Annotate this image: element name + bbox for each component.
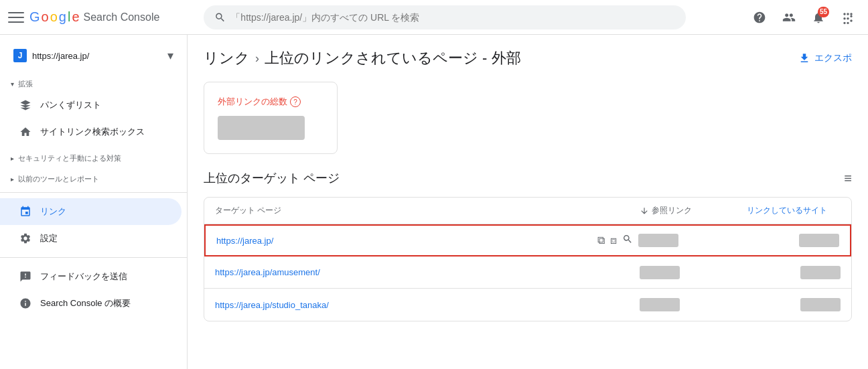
table-header: ターゲット ページ 参照リンク リンクしているサイト	[204, 198, 851, 224]
breadcrumb-parent: リンク	[204, 48, 250, 68]
help-icon[interactable]: ?	[290, 96, 301, 107]
row-sites-val-1	[745, 234, 839, 247]
chevron-down-icon: ▾	[167, 48, 173, 63]
info-icon	[19, 297, 32, 310]
search-action-icon[interactable]	[622, 234, 633, 247]
row-links-val-1	[638, 234, 745, 247]
collapse-arrow: ▾	[11, 80, 14, 88]
search-bar[interactable]	[204, 5, 686, 29]
topbar-right: 55	[747, 5, 860, 29]
help-button[interactable]	[747, 5, 772, 29]
search-input[interactable]	[231, 12, 675, 23]
section-label-expansion: ▾ 拡張	[0, 71, 187, 92]
sidebar-item-sitelinks[interactable]: サイトリンク検索ボックス	[0, 119, 182, 145]
section-title: 上位のターゲット ページ	[204, 170, 340, 186]
row-url-3[interactable]: https://jarea.jp/studio_tanaka/	[215, 300, 596, 310]
row-sites-val-2	[747, 266, 841, 279]
property-url: https://jarea.jp/	[32, 51, 162, 61]
expand-arrow-legacy: ▸	[11, 175, 14, 183]
sitelinks-icon	[19, 125, 32, 139]
apps-button[interactable]	[836, 5, 860, 29]
notifications-button[interactable]: 55	[806, 5, 830, 29]
feedback-icon	[19, 270, 32, 283]
notification-badge: 55	[818, 7, 829, 17]
col-header-sites[interactable]: リンクしているサイト	[747, 205, 841, 216]
search-icon	[214, 11, 226, 23]
row-links-val-2	[640, 266, 747, 279]
sort-down-icon	[640, 206, 649, 216]
sidebar-item-breadcrumb[interactable]: パンくずリスト	[0, 92, 182, 119]
col-header-links[interactable]: 参照リンク	[640, 205, 747, 216]
property-selector[interactable]: J https://jarea.jp/ ▾	[5, 43, 182, 68]
topbar-left: G o o g l e Search Console	[8, 9, 196, 25]
table-row: https://jarea.jp/ ⧉ ⧈	[204, 224, 851, 256]
expand-arrow-security: ▸	[11, 155, 14, 162]
row-sites-val-3	[747, 298, 841, 311]
topbar: G o o g l e Search Console 55	[0, 0, 868, 35]
brand-name: Search Console	[84, 11, 160, 23]
sidebar-item-settings[interactable]: 設定	[0, 225, 182, 252]
export-button[interactable]: エクスポ	[798, 52, 852, 64]
external-links-card: 外部リンクの総数 ?	[204, 82, 338, 154]
section-label-security[interactable]: ▸ セキュリティと手動による対策	[0, 145, 187, 166]
settings-icon	[19, 232, 32, 245]
external-link-icon[interactable]: ⧈	[610, 234, 617, 246]
menu-icon[interactable]	[8, 9, 24, 25]
sidebar-divider	[0, 192, 187, 193]
row-actions: ⧉ ⧈	[597, 234, 633, 247]
links-icon	[19, 205, 32, 218]
sidebar-item-overview[interactable]: Search Console の概要	[0, 290, 182, 317]
breadcrumb-current: 上位のリンクされているページ - 外部	[265, 48, 521, 68]
sidebar-divider-2	[0, 257, 187, 258]
copy-icon[interactable]: ⧉	[597, 234, 605, 246]
target-pages-section: 上位のターゲット ページ ≡ ターゲット ページ 参照リンク リンクしているサイ…	[204, 170, 852, 321]
row-url-1[interactable]: https://jarea.jp/	[216, 236, 597, 246]
page-header: リンク › 上位のリンクされているページ - 外部 エクスポ	[204, 48, 852, 68]
property-icon: J	[13, 49, 27, 62]
section-title-row: 上位のターゲット ページ ≡	[204, 170, 852, 186]
card-label: 外部リンクの総数 ?	[218, 96, 323, 108]
table-row: https://jarea.jp/amusement/ ⧉ ⧈ 🔍	[204, 256, 851, 289]
export-icon	[798, 52, 810, 64]
filter-icon[interactable]: ≡	[844, 171, 852, 186]
row-url-2[interactable]: https://jarea.jp/amusement/	[215, 267, 596, 277]
sidebar: J https://jarea.jp/ ▾ ▾ 拡張 パンくずリスト サイトリン…	[0, 35, 188, 369]
table-row: https://jarea.jp/studio_tanaka/ ⧉ ⧈ 🔍	[204, 289, 851, 321]
sidebar-item-feedback[interactable]: フィードバックを送信	[0, 263, 182, 290]
breadcrumb: リンク › 上位のリンクされているページ - 外部	[204, 48, 521, 68]
breadcrumb-icon	[19, 98, 32, 112]
accounts-button[interactable]	[777, 5, 801, 29]
row-links-val-3	[640, 298, 747, 311]
section-label-legacy[interactable]: ▸ 以前のツールとレポート	[0, 166, 187, 187]
table-container: ターゲット ページ 参照リンク リンクしているサイト https://jarea…	[204, 197, 852, 321]
layout: J https://jarea.jp/ ▾ ▾ 拡張 パンくずリスト サイトリン…	[0, 35, 868, 369]
main-content: リンク › 上位のリンクされているページ - 外部 エクスポ 外部リンクの総数 …	[188, 35, 868, 369]
col-header-page: ターゲット ページ	[215, 205, 640, 216]
sidebar-item-links[interactable]: リンク	[0, 198, 182, 225]
card-value	[218, 116, 305, 140]
breadcrumb-separator: ›	[255, 52, 259, 66]
google-logo: G o o g l e Search Console	[29, 9, 159, 25]
